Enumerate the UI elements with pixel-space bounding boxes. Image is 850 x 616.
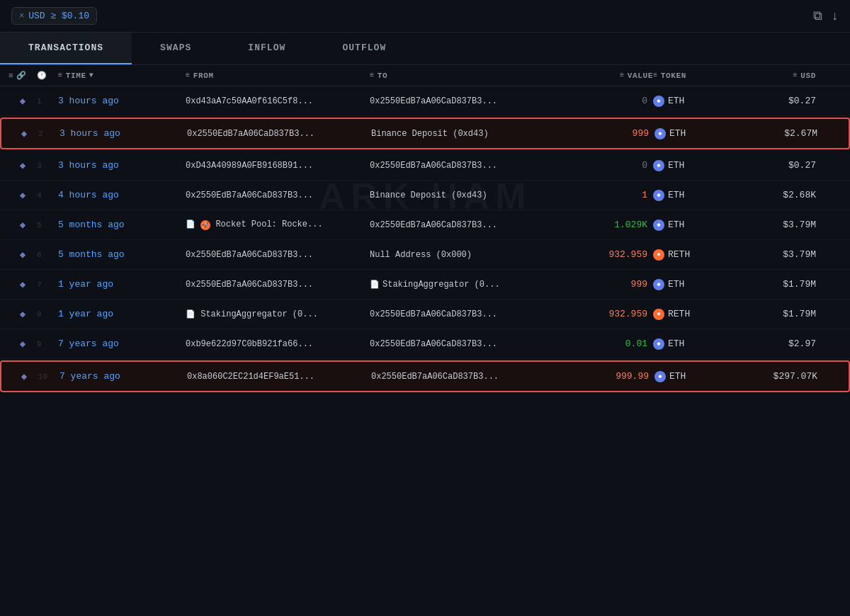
chain-icon: ◆ (8, 95, 37, 107)
eth-icon: ◆ (653, 96, 664, 107)
time-cell: 7 years ago (60, 371, 187, 382)
to-cell[interactable]: Binance Deposit (0xd43) (370, 190, 568, 200)
table-body: ◆ 1 3 hours ago 0xd43aA7c50AA0f616C5f8..… (0, 86, 850, 392)
time-cell: 1 year ago (58, 279, 186, 290)
th-from[interactable]: ≡ FROM (186, 72, 370, 80)
row-index: 3 (37, 161, 58, 170)
th-filter-icon: ≡ 🔗 (8, 71, 37, 80)
tab-swaps[interactable]: SWAPS (132, 33, 220, 64)
from-cell[interactable]: 0x2550EdB7aA06CaD837B3... (186, 280, 370, 290)
tab-outflow[interactable]: OUTFLOW (314, 33, 414, 64)
row-index: 9 (37, 340, 58, 348)
from-cell[interactable]: 0xD43A40989A0FB9168B91... (186, 161, 370, 171)
table-header: ≡ 🔗 🕐 ≡ TIME ▼ ≡ FROM ≡ TO ≡ VALUE ≡ TOK… (0, 65, 850, 86)
from-cell[interactable]: 0xd43aA7c50AA0f616C5f8... (186, 96, 370, 106)
tab-inflow[interactable]: INFLOW (220, 33, 314, 64)
usd-cell: $0.27 (738, 160, 816, 171)
chain-icon: ◆ (10, 127, 38, 139)
value-cell: 0 (568, 160, 653, 171)
to-cell[interactable]: 📄 StakingAggregator (0... (370, 280, 568, 290)
table-row[interactable]: ◆ 2 3 hours ago 0x2550EdB7aA06CaD837B3..… (0, 118, 850, 149)
usd-cell: $1.79M (738, 279, 816, 290)
chain-icon: ◆ (8, 308, 37, 320)
table-row[interactable]: ◆ 1 3 hours ago 0xd43aA7c50AA0f616C5f8..… (0, 86, 850, 116)
usd-cell: $297.07K (740, 371, 817, 382)
chain-icon: ◆ (10, 370, 38, 382)
filter-close[interactable]: × (19, 11, 24, 21)
table-row[interactable]: ◆ 4 4 hours ago 0x2550EdB7aA06CaD837B3..… (0, 181, 850, 210)
row-index: 8 (37, 310, 58, 319)
to-cell[interactable]: 0x2550EdB7aA06CaD837B3... (370, 220, 568, 230)
row-index: 5 (37, 221, 58, 229)
copy-icon[interactable]: ⧉ (813, 9, 822, 23)
row-index: 4 (37, 191, 58, 200)
tab-transactions[interactable]: TRANSACTIONS (0, 33, 132, 64)
usd-cell: $0.27 (738, 96, 816, 106)
row-index: 6 (37, 251, 58, 259)
th-to[interactable]: ≡ TO (370, 72, 568, 80)
table-row[interactable]: ◆ 3 3 hours ago 0xD43A40989A0FB9168B91..… (0, 151, 850, 181)
usd-cell: $3.79M (738, 219, 816, 230)
top-bar: × USD ≥ $0.10 ⧉ ↓ (0, 0, 850, 33)
th-value[interactable]: ≡ VALUE (568, 72, 653, 80)
token-label: ETH (668, 160, 684, 171)
rocket-icon: 🚀 (200, 220, 210, 230)
top-bar-icons: ⧉ ↓ (813, 9, 839, 23)
token-label: ETH (669, 371, 686, 382)
table-row[interactable]: ◆ 7 1 year ago 0x2550EdB7aA06CaD837B3...… (0, 270, 850, 300)
reth-icon: ● (653, 309, 664, 320)
to-cell[interactable]: 0x2550EdB7aA06CaD837B3... (371, 372, 570, 382)
to-cell[interactable]: 0x2550EdB7aA06CaD837B3... (370, 309, 568, 319)
token-cell: ◆ETH (654, 371, 740, 382)
token-label: ETH (669, 128, 686, 139)
eth-icon: ◆ (653, 219, 664, 231)
time-cell: 4 hours ago (58, 190, 186, 200)
to-cell[interactable]: Null Address (0x000) (370, 250, 568, 260)
from-cell[interactable]: 0x2550EdB7aA06CaD837B3... (187, 129, 371, 139)
table-row[interactable]: ◆ 6 5 months ago 0x2550EdB7aA06CaD837B3.… (0, 240, 850, 270)
token-label: ETH (668, 190, 684, 200)
from-cell[interactable]: 0x2550EdB7aA06CaD837B3... (186, 250, 370, 260)
usd-cell: $2.97 (738, 338, 816, 349)
from-cell[interactable]: 0x2550EdB7aA06CaD837B3... (186, 190, 370, 200)
from-cell[interactable]: 📄 🚀 Rocket Pool: Rocke... (186, 219, 370, 230)
usd-cell: $2.67M (740, 128, 817, 139)
from-cell[interactable]: 📄 StakingAggregator (0... (186, 309, 370, 319)
table-row[interactable]: ◆ 8 1 year ago 📄 StakingAggregator (0...… (0, 300, 850, 329)
time-cell: 3 hours ago (60, 128, 187, 139)
table-row[interactable]: ◆ 10 7 years ago 0x8a060C2EC21d4EF9aE51.… (0, 360, 850, 392)
token-cell: ◆ETH (654, 128, 740, 139)
th-time[interactable]: ≡ TIME ▼ (58, 72, 186, 80)
eth-icon: ◆ (653, 338, 664, 350)
table-row[interactable]: ◆ 5 5 months ago 📄 🚀 Rocket Pool: Rocke.… (0, 210, 850, 240)
to-cell[interactable]: 0x2550EdB7aA06CaD837B3... (370, 339, 568, 349)
value-cell: 1 (568, 190, 653, 200)
token-cell: ◆ETH (653, 96, 738, 107)
from-cell[interactable]: 0xb9e622d97C0bB921fa66... (186, 339, 370, 349)
to-cell[interactable]: 0x2550EdB7aA06CaD837B3... (370, 96, 568, 106)
download-icon[interactable]: ↓ (831, 9, 839, 23)
value-cell: 1.029K (568, 219, 653, 230)
table-row[interactable]: ◆ 9 7 years ago 0xb9e622d97C0bB921fa66..… (0, 329, 850, 359)
token-cell: ◆ETH (653, 279, 738, 290)
th-clock: 🕐 (37, 71, 58, 80)
token-cell: ●RETH (653, 309, 738, 320)
filter-tag[interactable]: × USD ≥ $0.10 (11, 7, 97, 25)
row-index: 1 (37, 97, 58, 105)
th-usd[interactable]: ≡ USD (738, 72, 816, 80)
time-cell: 3 hours ago (58, 160, 186, 171)
row-index: 2 (38, 130, 60, 138)
token-label: ETH (668, 96, 684, 106)
time-cell: 5 months ago (58, 249, 186, 260)
value-cell: 932.959 (568, 309, 653, 319)
eth-icon: ◆ (653, 279, 664, 290)
from-cell[interactable]: 0x8a060C2EC21d4EF9aE51... (187, 372, 371, 382)
usd-cell: $2.68K (738, 190, 816, 200)
chain-icon: ◆ (8, 338, 37, 350)
to-cell[interactable]: 0x2550EdB7aA06CaD837B3... (370, 161, 568, 171)
to-cell[interactable]: Binance Deposit (0xd43) (371, 129, 570, 139)
token-cell: ◆ETH (653, 160, 738, 171)
token-label: ETH (668, 279, 684, 290)
value-cell: 0.01 (568, 338, 653, 349)
th-token[interactable]: ≡ TOKEN (653, 72, 738, 80)
